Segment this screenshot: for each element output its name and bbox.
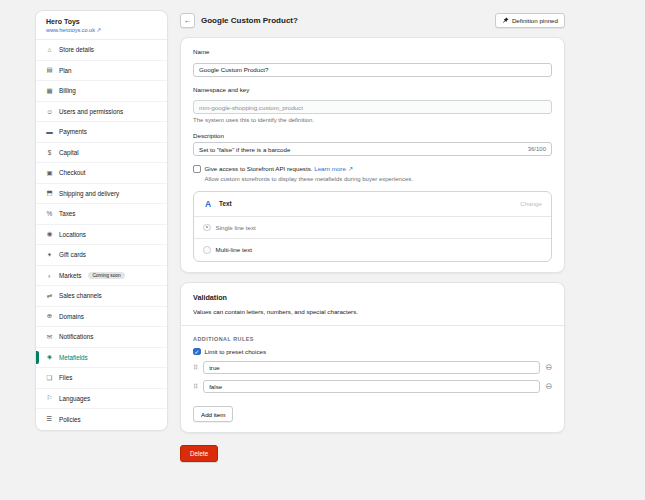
settings-sidebar: Hero Toys www.herotoys.co.uk ↗ ⌂ Store d… xyxy=(35,10,168,431)
description-label: Description xyxy=(193,132,552,139)
namespace-label: Namespace and key xyxy=(193,86,552,93)
remove-choice-icon[interactable]: ⊖ xyxy=(545,363,552,372)
learn-more-text: Learn more xyxy=(314,165,346,172)
single-line-label: Single line text xyxy=(216,224,256,231)
sidebar-item-sales-channels[interactable]: ⇄ Sales channels xyxy=(36,286,167,307)
choice-input-1[interactable] xyxy=(203,380,540,393)
delete-button[interactable]: Delete xyxy=(180,445,218,462)
limit-preset-label: Limit to preset choices xyxy=(205,348,267,355)
sidebar-item-markets[interactable]: ♁ Markets Coming soon xyxy=(36,266,167,287)
preset-choices-list: ⠿ ⊖ ⠿ ⊖ xyxy=(193,361,552,393)
store-url-text: www.herotoys.co.uk xyxy=(46,27,95,33)
coming-soon-badge: Coming soon xyxy=(88,272,124,279)
capital-icon: $ xyxy=(45,149,54,156)
namespace-help-text: The system uses this to identify the def… xyxy=(193,117,552,123)
pinned-button-label: Definition pinned xyxy=(512,17,558,24)
sidebar-item-payments[interactable]: ▬ Payments xyxy=(36,122,167,143)
preset-choice-row: ⠿ ⊖ xyxy=(193,361,552,374)
text-type-icon: A xyxy=(203,199,213,209)
files-icon: ❏ xyxy=(45,374,54,382)
store-url-link[interactable]: www.herotoys.co.uk ↗ xyxy=(46,27,157,33)
description-input-wrap: 36/100 xyxy=(193,142,552,156)
sidebar-item-capital[interactable]: $ Capital xyxy=(36,143,167,164)
sidebar-item-shipping-and-delivery[interactable]: ⬒ Shipping and delivery xyxy=(36,184,167,205)
definition-pinned-button[interactable]: Definition pinned xyxy=(495,13,565,28)
type-option-single-line[interactable]: Single line text xyxy=(194,217,551,240)
notifications-icon: ✉ xyxy=(45,333,54,341)
validation-subtitle: Values can contain letters, numbers, and… xyxy=(193,308,552,315)
external-link-icon: ↗ xyxy=(348,165,353,172)
storefront-access-row: Give access to Storefront API requests. … xyxy=(193,165,552,173)
page-header: ← Google Custom Product? Definition pinn… xyxy=(180,10,565,37)
limit-preset-checkbox[interactable]: ✓ xyxy=(193,348,201,356)
pin-icon xyxy=(502,17,509,24)
sidebar-item-files[interactable]: ❏ Files xyxy=(36,368,167,389)
back-button[interactable]: ← xyxy=(180,13,195,28)
sidebar-item-taxes[interactable]: % Taxes xyxy=(36,204,167,225)
users-icon: ☺ xyxy=(45,108,54,115)
learn-more-link[interactable]: Learn more ↗ xyxy=(314,165,353,172)
validation-card: Validation Values can contain letters, n… xyxy=(180,282,565,434)
payments-icon: ▬ xyxy=(45,128,54,135)
store-details-icon: ⌂ xyxy=(45,46,54,53)
multi-line-radio[interactable] xyxy=(203,246,211,254)
storefront-access-label: Give access to Storefront API requests. … xyxy=(205,165,353,172)
page-title: Google Custom Product? xyxy=(201,16,489,25)
content-type-box: A Text Change Single line text Multi-lin… xyxy=(193,191,552,262)
domains-icon: ⊕ xyxy=(45,312,54,320)
character-counter: 36/100 xyxy=(528,146,546,152)
markets-icon: ♁ xyxy=(45,272,54,279)
sales-channels-icon: ⇄ xyxy=(45,292,54,300)
drag-handle-icon[interactable]: ⠿ xyxy=(193,364,198,371)
divider xyxy=(181,325,564,326)
sidebar-item-domains[interactable]: ⊕ Domains xyxy=(36,307,167,328)
sidebar-item-gift-cards[interactable]: ✦ Gift cards xyxy=(36,245,167,266)
name-label: Name xyxy=(193,48,552,55)
change-type-link[interactable]: Change xyxy=(520,200,542,207)
sidebar-item-store-details[interactable]: ⌂ Store details xyxy=(36,40,167,61)
sidebar-item-checkout[interactable]: ▣ Checkout xyxy=(36,163,167,184)
single-line-radio[interactable] xyxy=(203,224,211,232)
add-item-button[interactable]: Add item xyxy=(193,406,233,422)
locations-icon: ◉ xyxy=(45,230,54,238)
sidebar-item-billing[interactable]: ▦ Billing xyxy=(36,81,167,102)
multi-line-label: Multi-line text xyxy=(216,246,252,253)
checkout-icon: ▣ xyxy=(45,169,54,177)
name-field: Name xyxy=(193,48,552,77)
external-link-icon: ↗ xyxy=(96,27,101,33)
storefront-access-label-text: Give access to Storefront API requests. xyxy=(205,165,313,172)
plan-icon: ▤ xyxy=(45,66,54,74)
gift-cards-icon: ✦ xyxy=(45,251,54,259)
storefront-help-text: Allow custom storefronts to display thes… xyxy=(205,176,553,182)
description-field: Description 36/100 xyxy=(193,132,552,156)
storefront-access-checkbox[interactable] xyxy=(193,165,201,173)
policies-icon: ☰ xyxy=(45,415,54,423)
preset-choice-row: ⠿ ⊖ xyxy=(193,380,552,393)
description-input[interactable] xyxy=(199,146,523,153)
drag-handle-icon[interactable]: ⠿ xyxy=(193,383,198,390)
store-name: Hero Toys xyxy=(46,18,157,25)
sidebar-item-metafields[interactable]: ◈ Metafields xyxy=(36,348,167,369)
store-block: Hero Toys www.herotoys.co.uk ↗ xyxy=(36,11,167,40)
sidebar-item-users-and-permissions[interactable]: ☺ Users and permissions xyxy=(36,102,167,123)
namespace-field: Namespace and key The system uses this t… xyxy=(193,86,552,124)
sidebar-item-notifications[interactable]: ✉ Notifications xyxy=(36,327,167,348)
main-content: ← Google Custom Product? Definition pinn… xyxy=(168,10,565,462)
remove-choice-icon[interactable]: ⊖ xyxy=(545,382,552,391)
name-input[interactable] xyxy=(193,63,552,77)
content-type-header: A Text Change xyxy=(194,192,551,217)
sidebar-item-plan[interactable]: ▤ Plan xyxy=(36,61,167,82)
type-option-multi-line[interactable]: Multi-line text xyxy=(194,239,551,261)
sidebar-item-policies[interactable]: ☰ Policies xyxy=(36,409,167,430)
additional-rules-label: ADDITIONAL RULES xyxy=(193,336,552,342)
validation-title: Validation xyxy=(193,293,552,302)
languages-icon: ⚐ xyxy=(45,394,54,402)
billing-icon: ▦ xyxy=(45,87,54,95)
sidebar-item-locations[interactable]: ◉ Locations xyxy=(36,225,167,246)
shipping-icon: ⬒ xyxy=(45,189,54,197)
back-arrow-icon: ← xyxy=(184,16,192,25)
sidebar-item-languages[interactable]: ⚐ Languages xyxy=(36,389,167,410)
taxes-icon: % xyxy=(45,210,54,217)
choice-input-0[interactable] xyxy=(203,361,540,374)
settings-page: Hero Toys www.herotoys.co.uk ↗ ⌂ Store d… xyxy=(0,0,645,462)
